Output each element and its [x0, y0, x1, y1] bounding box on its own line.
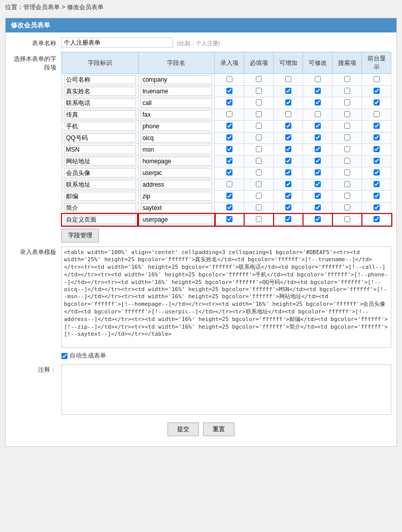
template-textarea[interactable] [61, 246, 391, 348]
checkbox-edit[interactable] [315, 88, 321, 94]
checkbox-front[interactable] [374, 204, 380, 210]
checkbox-required[interactable] [256, 111, 262, 117]
field-label-input[interactable] [64, 203, 136, 212]
checkbox-add[interactable] [285, 181, 291, 187]
checkbox-search[interactable] [344, 99, 350, 105]
checkbox-edit[interactable] [315, 216, 321, 222]
checkbox-input[interactable] [226, 99, 232, 105]
checkbox-required[interactable] [256, 76, 262, 82]
checkbox-input[interactable] [226, 216, 232, 222]
checkbox-input[interactable] [226, 204, 232, 210]
checkbox-front[interactable] [374, 193, 380, 199]
field-label-input[interactable] [64, 87, 136, 96]
checkbox-add[interactable] [285, 111, 291, 117]
checkbox-add[interactable] [285, 146, 291, 152]
checkbox-edit[interactable] [315, 204, 321, 210]
field-name-input[interactable] [141, 145, 213, 154]
checkbox-add[interactable] [285, 134, 291, 140]
field-name-input[interactable] [141, 203, 213, 212]
checkbox-front[interactable] [374, 76, 380, 82]
checkbox-input[interactable] [226, 181, 232, 187]
checkbox-input[interactable] [226, 88, 232, 94]
manage-fields-button[interactable]: 字段管理 [61, 229, 99, 242]
checkbox-edit[interactable] [315, 99, 321, 105]
checkbox-front[interactable] [374, 181, 380, 187]
checkbox-front[interactable] [374, 123, 380, 129]
checkbox-add[interactable] [285, 99, 291, 105]
checkbox-search[interactable] [344, 169, 350, 175]
field-label-input[interactable] [64, 192, 136, 201]
field-name-input[interactable] [141, 75, 213, 84]
checkbox-search[interactable] [344, 76, 350, 82]
field-label-input[interactable] [64, 168, 136, 178]
checkbox-input[interactable] [226, 169, 232, 175]
field-label-input[interactable] [64, 157, 136, 166]
checkbox-edit[interactable] [315, 123, 321, 129]
checkbox-required[interactable] [256, 88, 262, 94]
checkbox-required[interactable] [256, 146, 262, 152]
checkbox-required[interactable] [256, 134, 262, 140]
checkbox-search[interactable] [344, 204, 350, 210]
checkbox-edit[interactable] [315, 193, 321, 199]
field-label-input[interactable] [64, 122, 136, 131]
checkbox-input[interactable] [226, 134, 232, 140]
checkbox-front[interactable] [374, 111, 380, 117]
field-label-input[interactable] [64, 145, 136, 154]
field-label-input[interactable] [64, 133, 136, 143]
checkbox-edit[interactable] [315, 146, 321, 152]
field-name-input[interactable] [141, 215, 213, 224]
reset-button[interactable]: 重置 [203, 422, 234, 436]
checkbox-search[interactable] [344, 216, 350, 222]
checkbox-add[interactable] [285, 169, 291, 175]
checkbox-search[interactable] [344, 111, 350, 117]
checkbox-input[interactable] [226, 193, 232, 199]
checkbox-required[interactable] [256, 123, 262, 129]
field-label-input[interactable] [64, 75, 136, 84]
checkbox-required[interactable] [256, 181, 262, 187]
field-name-input[interactable] [141, 87, 213, 96]
checkbox-search[interactable] [344, 123, 350, 129]
checkbox-input[interactable] [226, 146, 232, 152]
checkbox-required[interactable] [256, 169, 262, 175]
checkbox-add[interactable] [285, 123, 291, 129]
field-name-input[interactable] [141, 168, 213, 178]
checkbox-search[interactable] [344, 88, 350, 94]
checkbox-front[interactable] [374, 169, 380, 175]
checkbox-add[interactable] [285, 158, 291, 164]
checkbox-search[interactable] [344, 158, 350, 164]
checkbox-input[interactable] [226, 123, 232, 129]
checkbox-search[interactable] [344, 193, 350, 199]
checkbox-add[interactable] [285, 76, 291, 82]
checkbox-edit[interactable] [315, 134, 321, 140]
note-textarea[interactable] [61, 364, 391, 415]
field-label-input[interactable] [64, 98, 136, 108]
checkbox-input[interactable] [226, 76, 232, 82]
checkbox-edit[interactable] [315, 158, 321, 164]
checkbox-search[interactable] [344, 134, 350, 140]
checkbox-front[interactable] [374, 216, 380, 222]
checkbox-required[interactable] [256, 193, 262, 199]
checkbox-front[interactable] [374, 158, 380, 164]
checkbox-front[interactable] [374, 134, 380, 140]
checkbox-front[interactable] [374, 99, 380, 105]
checkbox-front[interactable] [374, 88, 380, 94]
checkbox-edit[interactable] [315, 169, 321, 175]
checkbox-edit[interactable] [315, 181, 321, 187]
auto-generate-checkbox[interactable] [61, 353, 68, 359]
field-name-input[interactable] [141, 192, 213, 201]
checkbox-search[interactable] [344, 181, 350, 187]
checkbox-input[interactable] [226, 111, 232, 117]
field-name-input[interactable] [141, 110, 213, 119]
checkbox-front[interactable] [374, 146, 380, 152]
field-name-input[interactable] [141, 122, 213, 131]
field-name-input[interactable] [141, 133, 213, 143]
checkbox-required[interactable] [256, 99, 262, 105]
checkbox-add[interactable] [285, 88, 291, 94]
field-name-input[interactable] [141, 157, 213, 166]
field-label-input[interactable] [64, 110, 136, 119]
checkbox-input[interactable] [226, 158, 232, 164]
checkbox-add[interactable] [285, 204, 291, 210]
checkbox-add[interactable] [285, 193, 291, 199]
field-label-input[interactable] [64, 180, 136, 189]
checkbox-add[interactable] [285, 216, 291, 222]
